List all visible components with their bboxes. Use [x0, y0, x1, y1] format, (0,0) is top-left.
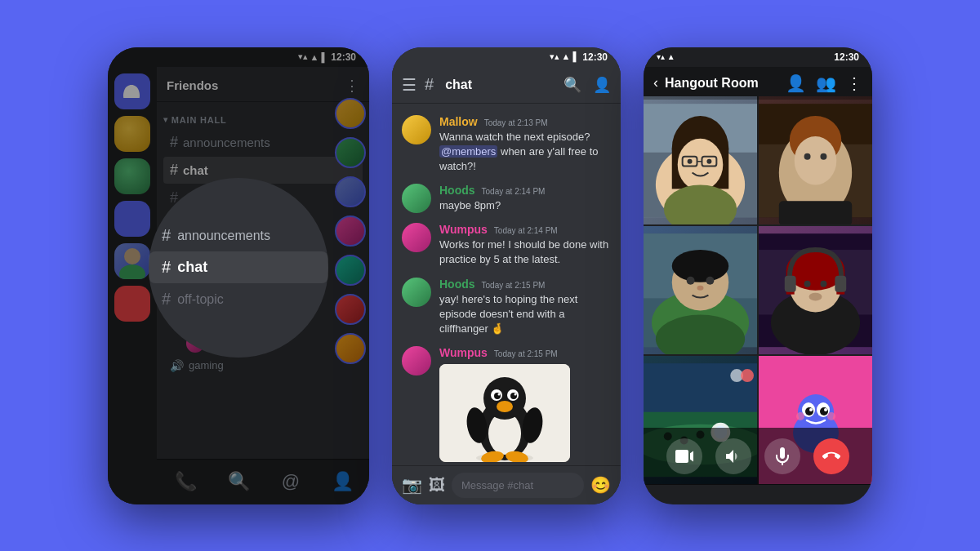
add-member-icon[interactable]: 👤 [786, 73, 806, 93]
svg-point-36 [804, 153, 811, 159]
svg-point-1 [119, 264, 145, 279]
avatar-hoods-msg-2 [402, 278, 431, 307]
chat-channel-title: chat [445, 78, 555, 92]
image-attach-icon[interactable]: 🖼 [429, 476, 445, 495]
server-icon-4[interactable] [114, 243, 150, 279]
messages-area[interactable]: Mallow Today at 2:13 PM Wanna watch the … [392, 104, 621, 465]
svg-point-76 [820, 407, 828, 415]
svg-point-45 [687, 277, 695, 285]
right-avatar-2 [335, 137, 366, 168]
circle-channel-announcements[interactable]: # announcements [149, 220, 328, 251]
svg-point-29 [706, 158, 711, 163]
more-options-video-icon[interactable]: ⋮ [846, 73, 862, 93]
camera-toggle-button[interactable] [666, 438, 702, 474]
video-cell-person-3 [644, 226, 757, 354]
username-hoods-2: Hoods [439, 278, 475, 291]
nav-mentions-icon[interactable]: @ [282, 471, 300, 492]
emoji-picker-icon[interactable]: 😊 [590, 475, 611, 495]
msg-header-hoods-1: Hoods Today at 2:14 PM [439, 184, 611, 197]
discord-home-button[interactable] [114, 73, 150, 109]
svg-point-65 [741, 369, 754, 382]
circle-hash-announcements: # [162, 226, 171, 245]
section-label: MAIN HALL [172, 115, 227, 125]
circle-name-off-topic: off-topic [177, 292, 224, 307]
back-arrow-icon[interactable]: ‹ [653, 74, 658, 91]
message-content-hoods-1: Hoods Today at 2:14 PM maybe 8pm? [439, 184, 611, 213]
server-icon-2[interactable] [114, 158, 150, 194]
circle-channel-off-topic[interactable]: # off-topic [149, 283, 328, 315]
svg-point-78 [824, 408, 827, 411]
message-group-hoods-1: Hoods Today at 2:14 PM maybe 8pm? [392, 179, 621, 218]
nav-profile-icon[interactable]: 👤 [332, 471, 354, 492]
svg-point-12 [514, 393, 517, 396]
time-display-1: 12:30 [331, 51, 356, 63]
status-icons-3: ▾▴ ▲ [657, 52, 675, 61]
battery-icon: ▌ [322, 52, 328, 62]
right-avatar-1 [335, 98, 366, 129]
phone1-content: Friendos ⋮ ▾ MAIN HALL # announcements #… [108, 67, 369, 504]
chat-hash-symbol: # [425, 75, 434, 94]
server-icon-3[interactable] [114, 201, 150, 237]
right-avatar-7 [335, 333, 366, 364]
chat-input-bar: 📷 🖼 Message #chat 😊 [392, 465, 621, 504]
timestamp-wumpus-1: Today at 2:14 PM [494, 226, 558, 235]
server-icon-5[interactable] [114, 286, 150, 322]
svg-point-60 [809, 292, 822, 300]
microphone-toggle-button[interactable] [764, 438, 800, 474]
svg-point-11 [498, 393, 501, 396]
avatar-mallow-msg [402, 115, 431, 144]
right-avatar-5 [335, 255, 366, 286]
members-list-icon[interactable]: 👥 [816, 73, 836, 93]
phones-container: ▾▴ ▲ ▌ 12:30 [108, 47, 872, 504]
hamburger-icon[interactable]: ☰ [402, 75, 416, 95]
phone3-content: ‹ Hangout Room 👤 👥 ⋮ [644, 47, 872, 485]
timestamp-hoods-1: Today at 2:14 PM [482, 187, 546, 196]
members-icon[interactable]: 👤 [593, 76, 611, 94]
right-avatars-panel [332, 91, 369, 371]
mention-members: @members [439, 145, 497, 158]
svg-point-58 [804, 281, 811, 287]
svg-point-80 [827, 412, 835, 420]
msg-header-wumpus-2: Wumpus Today at 2:15 PM [439, 346, 611, 359]
status-bar-3: ▾▴ ▲ 12:30 [644, 47, 872, 67]
server-icon-1[interactable] [114, 116, 150, 152]
message-input[interactable]: Message #chat [452, 473, 584, 498]
camera-attach-icon[interactable]: 📷 [402, 475, 422, 495]
call-controls [644, 428, 872, 485]
message-group-wumpus-2: Wumpus Today at 2:15 PM [392, 341, 621, 464]
message-content-hoods-2: Hoods Today at 2:15 PM yay! here's to ho… [439, 278, 611, 337]
status-bar-1: ▾▴ ▲ ▌ 12:30 [108, 47, 369, 67]
wifi-icon: ▲ [310, 52, 319, 62]
message-content-wumpus-1: Wumpus Today at 2:14 PM Works for me! I … [439, 223, 611, 267]
svg-rect-38 [779, 201, 852, 224]
username-mallow: Mallow [439, 115, 478, 128]
svg-point-59 [820, 281, 826, 287]
message-group-mallow-1: Mallow Today at 2:13 PM Wanna watch the … [392, 110, 621, 180]
avatar-wumpus-msg-2 [402, 346, 431, 375]
end-call-button[interactable] [813, 438, 849, 474]
input-placeholder: Message #chat [461, 479, 533, 491]
svg-point-28 [688, 158, 693, 163]
svg-rect-57 [835, 276, 846, 292]
circle-channel-chat[interactable]: # chat [149, 251, 328, 283]
username-wumpus-2: Wumpus [439, 346, 488, 359]
speaker-toggle-button[interactable] [715, 438, 751, 474]
phone2-content: ☰ # chat 🔍 👤 Mallow Today at 2:13 PM [392, 67, 621, 504]
msg-header-wumpus-1: Wumpus Today at 2:14 PM [439, 223, 611, 236]
video-cell-person-1 [644, 96, 757, 224]
chat-header: ☰ # chat 🔍 👤 [392, 67, 621, 104]
time-display-3: 12:30 [834, 51, 859, 63]
svg-point-6 [483, 377, 526, 420]
svg-rect-56 [785, 276, 796, 292]
speaker-icon-gaming: 🔊 [170, 359, 184, 372]
signal-icon: ▾▴ [298, 51, 308, 62]
svg-point-37 [820, 153, 826, 159]
nav-phone-icon[interactable]: 📞 [175, 471, 197, 492]
svg-point-0 [124, 248, 140, 264]
username-hoods: Hoods [439, 184, 475, 197]
chevron-icon: ▾ [163, 115, 168, 124]
svg-point-35 [795, 136, 837, 184]
search-chat-icon[interactable]: 🔍 [564, 76, 581, 94]
nav-search-icon[interactable]: 🔍 [228, 471, 250, 492]
msg-text-mallow-1: @members when are y'all free to watch?! [439, 144, 611, 174]
